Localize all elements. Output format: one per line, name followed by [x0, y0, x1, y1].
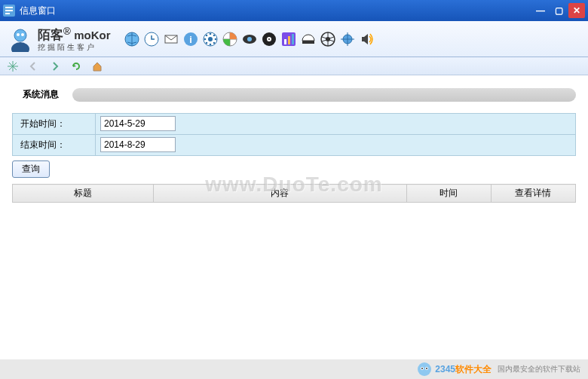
- forward-icon[interactable]: [48, 60, 62, 73]
- brand-slogan: 挖掘陌生客户: [38, 44, 111, 51]
- content-area: 系统消息 开始时间： 结束时间： 查询 标题 内容 时间 查看详情 www.Du…: [0, 75, 588, 359]
- svg-point-37: [418, 362, 431, 376]
- back-icon[interactable]: [27, 60, 41, 73]
- svg-rect-2: [5, 10, 13, 11]
- grid-icon[interactable]: [222, 32, 237, 47]
- svg-rect-32: [292, 34, 294, 44]
- col-detail: 查看详情: [491, 185, 575, 203]
- col-title: 标题: [13, 185, 154, 203]
- svg-point-35: [326, 37, 330, 41]
- wheel-icon[interactable]: [320, 32, 335, 47]
- minimize-button[interactable]: —: [532, 3, 549, 18]
- sound-icon[interactable]: [360, 32, 375, 47]
- svg-point-21: [205, 41, 207, 44]
- nav-toolbar: [0, 57, 588, 75]
- mail-icon[interactable]: [164, 32, 179, 47]
- svg-point-7: [21, 33, 24, 36]
- panel-header: 系统消息: [12, 85, 576, 104]
- window-title: 信息窗口: [20, 5, 532, 17]
- chart-icon[interactable]: [281, 32, 296, 47]
- svg-rect-33: [302, 41, 314, 44]
- main-toolbar: 陌客® moKor 挖掘陌生客户 i: [0, 21, 588, 57]
- avatar-icon: [8, 26, 33, 52]
- dome-icon[interactable]: [301, 32, 316, 47]
- footer-brand-cn: 软件大全: [455, 364, 492, 374]
- brand-en: moKor: [74, 29, 110, 42]
- refresh-icon[interactable]: [69, 60, 83, 73]
- query-button[interactable]: 查询: [12, 160, 50, 178]
- app-icon: [3, 5, 15, 17]
- panel-grey-bar: [72, 88, 576, 102]
- start-date-label: 开始时间：: [13, 114, 96, 134]
- home-icon[interactable]: [90, 60, 104, 73]
- end-date-row: 结束时间：: [13, 135, 575, 155]
- svg-rect-1: [5, 7, 13, 8]
- svg-point-40: [421, 368, 423, 369]
- svg-point-14: [208, 37, 213, 41]
- brand-cn: 陌客: [38, 29, 63, 43]
- svg-text:i: i: [189, 34, 192, 45]
- svg-rect-31: [288, 36, 290, 44]
- svg-rect-3: [5, 13, 10, 14]
- clock-icon[interactable]: [144, 32, 159, 47]
- target-icon[interactable]: [340, 32, 355, 47]
- svg-point-19: [205, 34, 207, 36]
- footer-logo: 2345软件大全: [417, 362, 492, 377]
- query-form: 开始时间： 结束时间：: [12, 113, 576, 156]
- svg-rect-30: [284, 39, 286, 44]
- svg-point-15: [209, 32, 211, 35]
- mascot-icon: [417, 362, 432, 377]
- svg-point-25: [247, 37, 252, 41]
- brand-logo: 陌客® moKor 挖掘陌生客户: [8, 26, 111, 52]
- start-date-row: 开始时间：: [13, 114, 575, 135]
- svg-point-16: [209, 43, 211, 45]
- close-button[interactable]: ✕: [568, 3, 585, 18]
- globe-icon[interactable]: [124, 32, 139, 47]
- svg-point-4: [14, 29, 26, 41]
- titlebar: 信息窗口 — ▢ ✕: [0, 0, 588, 21]
- expand-icon[interactable]: [6, 60, 20, 73]
- start-date-input[interactable]: [100, 116, 176, 131]
- svg-point-18: [214, 38, 216, 40]
- panel-title: 系统消息: [12, 85, 69, 104]
- end-date-input[interactable]: [100, 137, 176, 152]
- svg-point-28: [268, 38, 270, 40]
- eye-icon[interactable]: [242, 32, 257, 47]
- maximize-button[interactable]: ▢: [550, 3, 567, 18]
- result-table: 标题 内容 时间 查看详情: [12, 184, 576, 203]
- svg-point-20: [213, 41, 215, 44]
- window-controls: — ▢ ✕: [532, 3, 585, 18]
- svg-point-6: [17, 33, 20, 36]
- footer-brand: 2345软件大全: [435, 363, 492, 376]
- info-icon[interactable]: i: [183, 32, 198, 47]
- end-date-label: 结束时间：: [13, 135, 96, 155]
- svg-point-22: [213, 34, 215, 36]
- footer: 2345软件大全 国内最安全的软件下载站: [0, 359, 588, 379]
- footer-sub: 国内最安全的软件下载站: [498, 364, 580, 374]
- col-time: 时间: [406, 185, 491, 203]
- toolbar-icons: i: [124, 32, 375, 47]
- col-content: 内容: [153, 185, 406, 203]
- svg-point-17: [204, 38, 206, 40]
- gear-icon[interactable]: [203, 32, 218, 47]
- disc-icon[interactable]: [262, 32, 277, 47]
- svg-point-41: [426, 368, 427, 369]
- svg-point-5: [11, 42, 29, 52]
